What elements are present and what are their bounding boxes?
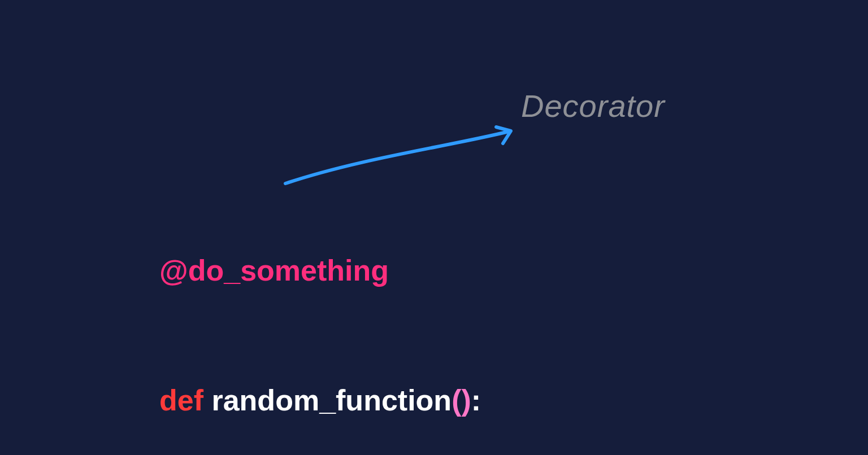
token-paren-close: ) <box>461 384 471 417</box>
diagram-stage: Decorator @do_something def random_funct… <box>0 0 868 455</box>
token-space <box>203 384 211 417</box>
token-paren-open: ( <box>452 384 461 417</box>
token-def-keyword: def <box>159 384 203 417</box>
annotation-decorator-label: Decorator <box>521 88 665 124</box>
token-colon: : <box>471 384 481 417</box>
token-decorator: @do_something <box>159 254 389 287</box>
code-line-2: def random_function(): <box>159 384 481 418</box>
token-function-name: random_function <box>211 384 452 417</box>
code-line-1: @do_something <box>159 254 481 288</box>
code-block: @do_something def random_function(): ret… <box>159 186 481 455</box>
